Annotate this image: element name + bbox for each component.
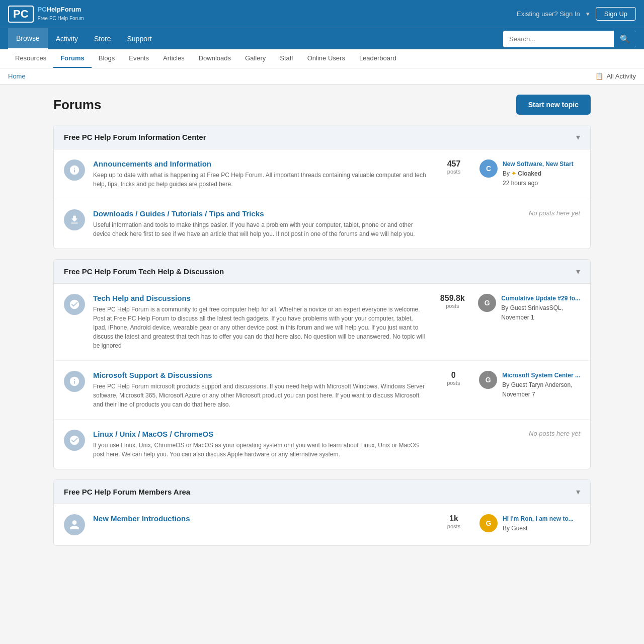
last-post-time: November 7 [502, 390, 580, 399]
forum-icon-microsoft [64, 371, 85, 392]
avatar: G [479, 371, 497, 389]
sub-nav-events[interactable]: Events [122, 49, 156, 68]
forum-last-microsoft: G Microsoft System Center ... By Guest T… [479, 371, 580, 400]
posts-label: posts [436, 523, 471, 529]
posts-count: 0 [436, 371, 471, 380]
sign-up-button[interactable]: Sign Up [596, 7, 636, 21]
breadcrumb-bar: Home 📋 All Activity [0, 68, 644, 85]
section-tech-help: Free PC Help Forum Tech Help & Discussio… [53, 259, 591, 469]
activity-icon: 📋 [595, 72, 603, 80]
posts-count: 859.8k [435, 294, 470, 303]
sub-nav-articles[interactable]: Articles [156, 49, 192, 68]
forum-last-tech: G Cumulative Update #29 fo... By Guest S… [478, 294, 580, 323]
section-info-center: Free PC Help Forum Information Center ▾ … [53, 125, 591, 249]
forum-stats-new-members: 1k posts [436, 514, 471, 529]
forum-name-announcements[interactable]: Announcements and Information [93, 159, 428, 168]
forum-info-announcements: Announcements and Information Keep up to… [93, 159, 428, 189]
last-post-info: Cumulative Update #29 fo... By Guest Sri… [501, 294, 580, 323]
last-post-by: By Guest [503, 524, 574, 533]
no-posts-downloads: No posts here yet [479, 209, 580, 217]
forum-name-microsoft[interactable]: Microsoft Support & Discussions [93, 371, 428, 379]
last-post-user[interactable]: ✦ Cloaked [511, 169, 541, 179]
sub-nav-resources[interactable]: Resources [8, 49, 53, 68]
chevron-down-icon: ▾ [576, 487, 580, 497]
forum-row: Linux / Unix / MacOS / ChromeOS If you u… [54, 420, 590, 469]
last-post-by: By Guest Taryn Anderson, [502, 380, 580, 390]
forum-last-announcements: C New Software, New Start By ✦ Cloaked 2… [479, 159, 580, 189]
forum-stats-announcements: 457 posts [436, 159, 471, 175]
star-icon: ✦ [511, 169, 516, 179]
sign-in-link[interactable]: Existing user? Sign In [517, 10, 580, 18]
avatar: C [479, 159, 498, 178]
page-header: Forums Start new topic [53, 95, 591, 115]
forum-info-linux: Linux / Unix / MacOS / ChromeOS If you u… [93, 430, 428, 459]
forum-name-downloads[interactable]: Downloads / Guides / Tutorials / Tips an… [93, 209, 428, 218]
search-input[interactable] [503, 32, 614, 46]
last-post-by: By Guest SrinivasSQL, [501, 303, 580, 313]
logo[interactable]: PC PCHelpForum Free PC Help Forum [8, 6, 84, 23]
forum-icon-downloads [64, 209, 85, 230]
posts-label: posts [436, 380, 471, 386]
last-post-time: 22 hours ago [503, 179, 574, 188]
sub-nav-blogs[interactable]: Blogs [92, 49, 122, 68]
last-post-title[interactable]: Cumulative Update #29 fo... [501, 294, 580, 303]
forum-stats-microsoft: 0 posts [436, 371, 471, 386]
search-button[interactable]: 🔍 [614, 31, 636, 47]
last-post-by: By ✦ Cloaked [503, 169, 574, 179]
section-tech-help-title: Free PC Help Forum Tech Help & Discussio… [64, 267, 224, 276]
forum-desc-tech: Free PC Help Forum is a community to get… [93, 305, 427, 350]
forum-name-new-members[interactable]: New Member Introductions [93, 514, 428, 523]
search-bar: 🔍 [503, 31, 636, 47]
last-post-time: November 1 [501, 313, 580, 323]
nav-support[interactable]: Support [119, 29, 160, 49]
forum-row: New Member Introductions 1k posts G Hi i… [54, 504, 590, 545]
chevron-down-icon: ▾ [576, 267, 580, 276]
section-members-title: Free PC Help Forum Members Area [64, 488, 190, 496]
last-post-title[interactable]: New Software, New Start [503, 159, 574, 169]
logo-icon: PC [8, 6, 34, 23]
chevron-down-icon: ▾ [586, 10, 590, 18]
forum-info-downloads: Downloads / Guides / Tutorials / Tips an… [93, 209, 428, 238]
section-tech-help-header[interactable]: Free PC Help Forum Tech Help & Discussio… [54, 260, 590, 284]
forum-stats-tech: 859.8k posts [435, 294, 470, 309]
forum-icon-linux [64, 430, 85, 451]
forum-info-new-members: New Member Introductions [93, 514, 428, 525]
last-post-info: Hi i'm Ron, I am new to... By Guest [503, 514, 574, 533]
main-nav: Browse Activity Store Support [8, 28, 160, 49]
nav-activity[interactable]: Activity [48, 29, 86, 49]
nav-browse[interactable]: Browse [8, 28, 48, 49]
last-post-title[interactable]: Microsoft System Center ... [502, 371, 580, 380]
sub-nav-downloads[interactable]: Downloads [192, 49, 238, 68]
all-activity-link[interactable]: 📋 All Activity [595, 72, 636, 80]
logo-text: PCHelpForum Free PC Help Forum [38, 6, 84, 23]
last-post-info: New Software, New Start By ✦ Cloaked 22 … [503, 159, 574, 189]
page-title: Forums [53, 97, 101, 113]
forum-icon-announcements [64, 159, 85, 181]
section-members-area: Free PC Help Forum Members Area ▾ New Me… [53, 479, 591, 546]
forum-name-linux[interactable]: Linux / Unix / MacOS / ChromeOS [93, 430, 428, 438]
chevron-down-icon: ▾ [576, 132, 580, 142]
sub-nav-forums[interactable]: Forums [53, 49, 92, 68]
section-info-center-title: Free PC Help Forum Information Center [64, 133, 206, 141]
sub-nav-online-users[interactable]: Online Users [300, 49, 352, 68]
forum-info-microsoft: Microsoft Support & Discussions Free PC … [93, 371, 428, 409]
section-members-header[interactable]: Free PC Help Forum Members Area ▾ [54, 480, 590, 504]
sub-nav-gallery[interactable]: Gallery [238, 49, 273, 68]
sub-nav: Resources Forums Blogs Events Articles D… [0, 49, 644, 68]
last-post-title[interactable]: Hi i'm Ron, I am new to... [503, 514, 574, 524]
forum-desc-linux: If you use Linux, Unix, ChromeOS or MacO… [93, 441, 428, 459]
posts-label: posts [436, 169, 471, 175]
forum-last-new-members: G Hi i'm Ron, I am new to... By Guest [479, 514, 580, 533]
no-posts-linux: No posts here yet [479, 430, 580, 437]
breadcrumb-home[interactable]: Home [8, 72, 26, 80]
forum-desc-announcements: Keep up to date with what is happening a… [93, 171, 428, 189]
sub-nav-staff[interactable]: Staff [273, 49, 300, 68]
avatar: G [478, 294, 496, 312]
avatar: G [479, 514, 498, 532]
section-info-center-header[interactable]: Free PC Help Forum Information Center ▾ [54, 125, 590, 149]
posts-label: posts [435, 303, 470, 309]
forum-name-tech[interactable]: Tech Help and Discussions [93, 294, 427, 302]
sub-nav-leaderboard[interactable]: Leaderboard [352, 49, 404, 68]
start-new-topic-button[interactable]: Start new topic [516, 95, 591, 115]
nav-store[interactable]: Store [86, 29, 119, 49]
